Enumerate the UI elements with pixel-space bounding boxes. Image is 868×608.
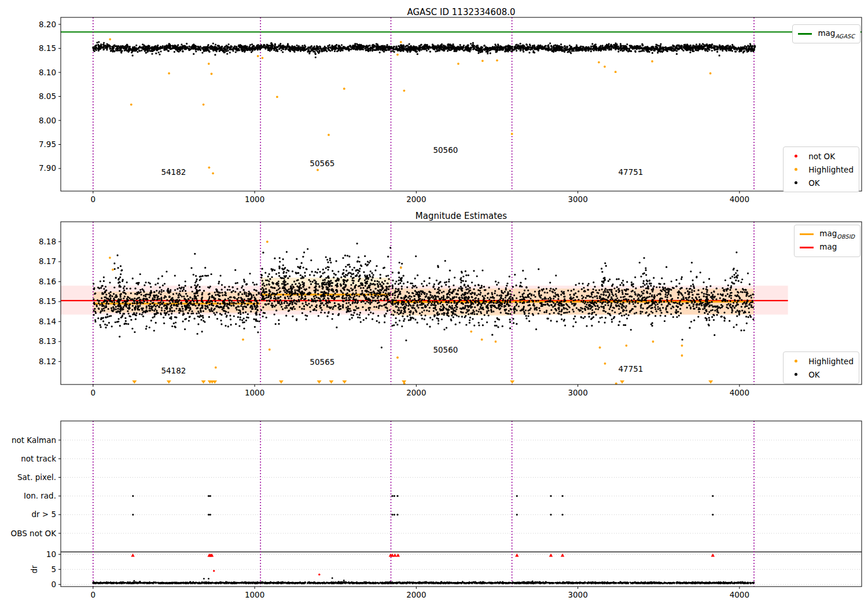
legend-marker-cell xyxy=(787,373,804,376)
legend-item-highlighted: Highlighted xyxy=(787,163,854,175)
legend-item-highlighted: Highlighted xyxy=(787,355,854,367)
x-axis: 01000200030004000 xyxy=(91,587,750,599)
svg-text:1000: 1000 xyxy=(245,590,264,599)
mag-obsid-line-swatch xyxy=(800,233,814,235)
dr-not-ok-points xyxy=(131,554,715,576)
svg-text:Ion. rad.: Ion. rad. xyxy=(24,491,56,500)
legend-item-not-ok: not OK xyxy=(787,150,854,162)
dr-axis-label: dr xyxy=(30,565,39,574)
svg-text:Sat. pixel.: Sat. pixel. xyxy=(17,473,56,482)
not-ok-dot-swatch xyxy=(795,155,797,158)
svg-text:dr > 5: dr > 5 xyxy=(31,510,56,519)
flag-points xyxy=(132,495,713,515)
ok-dot-swatch xyxy=(795,181,797,184)
grid-lines xyxy=(61,440,862,584)
legend-marker-cell xyxy=(787,360,804,362)
svg-text:OBS not OK: OBS not OK xyxy=(11,529,57,538)
bottom-plot: not Kalmannot trackSat. pixel.Ion. rad.d… xyxy=(0,0,868,608)
legend-item-mag-obsid: magOBSID xyxy=(798,228,855,240)
legend-marker-cell xyxy=(787,155,804,158)
svg-text:4000: 4000 xyxy=(730,590,749,599)
legend-label-highlighted: Highlighted xyxy=(804,165,854,174)
legend-label-not-ok: not OK xyxy=(804,152,835,161)
legend-label-mag-obsid: magOBSID xyxy=(815,229,855,240)
legend-item-mag: mag xyxy=(798,241,855,254)
legend-plot1-mag-agasc: magAGASC xyxy=(792,24,860,43)
svg-text:10: 10 xyxy=(46,550,56,559)
svg-text:3000: 3000 xyxy=(568,590,587,599)
legend-marker-cell xyxy=(787,168,804,171)
legend-label-highlighted: Highlighted xyxy=(804,357,854,366)
legend-item-ok: OK xyxy=(787,177,854,189)
legend-plot2-point-types: Highlighted OK xyxy=(783,351,859,384)
dr-ok-points xyxy=(93,577,755,584)
legend-item-ok: OK xyxy=(787,368,854,380)
legend-label-ok: OK xyxy=(804,178,819,188)
highlighted-dot-swatch xyxy=(795,168,797,171)
svg-text:5: 5 xyxy=(51,565,56,574)
legend-label-mag-agasc: magAGASC xyxy=(814,28,855,39)
svg-text:0: 0 xyxy=(51,580,56,589)
svg-text:not Kalman: not Kalman xyxy=(12,435,56,445)
plot1-title: AGASC ID 1132334608.0 xyxy=(61,7,862,17)
ok-dot-swatch xyxy=(795,373,797,376)
legend-plot1-point-types: not OK Highlighted OK xyxy=(783,146,859,192)
plot2-title: Magnitude Estimates xyxy=(61,211,862,221)
figure-canvas: 54182505655056047751010002000300040007.9… xyxy=(0,0,868,608)
mag-agasc-line-swatch xyxy=(798,33,812,35)
axes-frame xyxy=(61,421,862,587)
svg-text:2000: 2000 xyxy=(406,590,426,599)
legend-label-ok: OK xyxy=(804,370,819,379)
legend-marker-cell xyxy=(796,33,814,35)
legend-item-mag-agasc: magAGASC xyxy=(796,28,855,40)
svg-text:0: 0 xyxy=(91,590,96,599)
mag-line-swatch xyxy=(800,247,814,248)
legend-marker-cell xyxy=(798,233,815,235)
highlighted-dot-swatch xyxy=(795,360,797,362)
legend-plot2-lines: magOBSID mag xyxy=(794,225,860,257)
legend-marker-cell xyxy=(787,181,804,184)
svg-text:not track: not track xyxy=(21,454,56,463)
legend-marker-cell xyxy=(798,247,815,248)
obsid-boundary-lines xyxy=(93,421,754,587)
legend-label-mag: mag xyxy=(815,242,837,253)
